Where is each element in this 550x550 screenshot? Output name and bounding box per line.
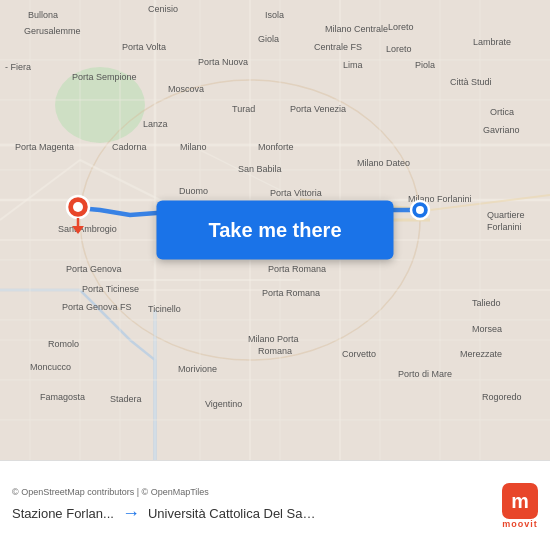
moovit-icon: m [502,483,538,519]
svg-text:Bullona: Bullona [28,10,58,20]
footer: © OpenStreetMap contributors | © OpenMap… [0,460,550,550]
svg-text:Rogoredo: Rogoredo [482,392,522,402]
moovit-label: moovit [502,519,538,529]
svg-text:Romolo: Romolo [48,339,79,349]
svg-text:Corvetto: Corvetto [342,349,376,359]
svg-text:m: m [511,490,529,512]
svg-text:Forlanini: Forlanini [487,222,522,232]
svg-text:Stadera: Stadera [110,394,142,404]
svg-text:Porta Romana: Porta Romana [268,264,326,274]
svg-text:Porta Ticinese: Porta Ticinese [82,284,139,294]
svg-text:Porta Genova: Porta Genova [66,264,122,274]
svg-text:Monforte: Monforte [258,142,294,152]
svg-text:Merezzate: Merezzate [460,349,502,359]
svg-text:Milano Dateo: Milano Dateo [357,158,410,168]
svg-text:Turad: Turad [232,104,255,114]
svg-text:Cadorna: Cadorna [112,142,147,152]
svg-text:Porto di Mare: Porto di Mare [398,369,452,379]
svg-text:Taliedo: Taliedo [472,298,501,308]
svg-text:Isola: Isola [265,10,284,20]
svg-text:Romana: Romana [258,346,292,356]
svg-text:Ticinello: Ticinello [148,304,181,314]
svg-text:Milano Centrale: Milano Centrale [325,24,388,34]
svg-text:Cenisio: Cenisio [148,4,178,14]
svg-text:Loreto: Loreto [388,22,414,32]
svg-text:Famagosta: Famagosta [40,392,85,402]
svg-text:Duomo: Duomo [179,186,208,196]
svg-text:- Fiera: - Fiera [5,62,31,72]
svg-text:Milano Porta: Milano Porta [248,334,299,344]
footer-attribution: © OpenStreetMap contributors | © OpenMap… [12,487,494,497]
svg-text:Moncucco: Moncucco [30,362,71,372]
svg-text:Loreto: Loreto [386,44,412,54]
svg-text:Sant'Ambrogio: Sant'Ambrogio [58,224,117,234]
svg-text:Porta Vittoria: Porta Vittoria [270,188,322,198]
svg-text:Centrale FS: Centrale FS [314,42,362,52]
svg-text:Lambrate: Lambrate [473,37,511,47]
svg-point-92 [73,202,83,212]
svg-text:Porta Volta: Porta Volta [122,42,166,52]
arrow-right-icon: → [122,503,140,524]
svg-text:Porta Romana: Porta Romana [262,288,320,298]
footer-route: Stazione Forlan... → Università Cattolic… [12,503,494,524]
svg-text:Ortica: Ortica [490,107,514,117]
svg-text:Giola: Giola [258,34,279,44]
svg-text:Quartiere: Quartiere [487,210,525,220]
svg-point-96 [416,206,424,214]
svg-text:Città Studi: Città Studi [450,77,492,87]
svg-text:Porta Magenta: Porta Magenta [15,142,74,152]
svg-text:Gavriano: Gavriano [483,125,520,135]
svg-text:Moscova: Moscova [168,84,204,94]
svg-text:Gerusalemme: Gerusalemme [24,26,81,36]
svg-text:Porta Nuova: Porta Nuova [198,57,248,67]
svg-text:Lima: Lima [343,60,363,70]
svg-text:Lanza: Lanza [143,119,168,129]
svg-text:Porta Genova FS: Porta Genova FS [62,302,132,312]
svg-text:Milano: Milano [180,142,207,152]
take-me-there-button[interactable]: Take me there [156,201,393,260]
map-container: Bullona Cenisio Isola Milano Centrale Ge… [0,0,550,460]
button-overlay: Take me there [156,201,393,260]
moovit-logo: m moovit [502,483,538,529]
svg-text:Piola: Piola [415,60,435,70]
svg-text:Morsea: Morsea [472,324,502,334]
from-label: Stazione Forlan... [12,506,114,521]
footer-left: © OpenStreetMap contributors | © OpenMap… [12,487,494,524]
svg-text:Vigentino: Vigentino [205,399,242,409]
to-label: Università Cattolica Del Sacro Cu... [148,506,318,521]
svg-text:Porta Sempione: Porta Sempione [72,72,137,82]
svg-text:San Babila: San Babila [238,164,282,174]
svg-text:Porta Venezia: Porta Venezia [290,104,346,114]
svg-text:Morivione: Morivione [178,364,217,374]
